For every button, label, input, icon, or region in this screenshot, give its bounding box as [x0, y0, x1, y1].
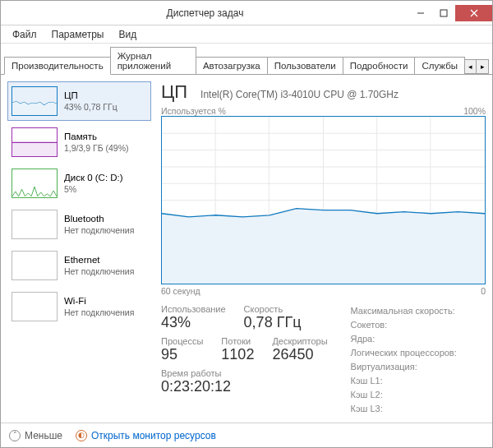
main-panel: ЦП Intel(R) Core(TM) i3-4010U CPU @ 1.70… [161, 81, 486, 416]
speed-label: Скорость [244, 304, 302, 314]
usage-value: 43% [161, 314, 226, 331]
resource-monitor-icon: ◐ [76, 430, 87, 441]
sidebar-item-sub: 1,9/3,9 ГБ (49%) [64, 143, 129, 155]
uptime-label: Время работы [161, 368, 328, 378]
open-resource-monitor-link[interactable]: ◐ Открыть монитор ресурсов [76, 430, 216, 441]
sidebar-item-disk0[interactable]: Диск 0 (C: D:) 5% [7, 164, 151, 203]
sidebar-item-ethernet[interactable]: Ethernet Нет подключения [7, 246, 151, 285]
sidebar-item-label: Память [64, 131, 129, 143]
graph-top-labels: Используется % 100% [161, 106, 486, 116]
detail-l2: Кэш L2: [351, 388, 457, 402]
sidebar-item-text: Wi-Fi Нет подключения [64, 295, 134, 319]
sidebar-item-sub: Нет подключения [64, 225, 134, 237]
tab-details[interactable]: Подробности [343, 57, 416, 74]
sidebar-item-sub: 43% 0,78 ГГц [64, 102, 117, 113]
handles-label: Дескрипторы [272, 336, 327, 346]
minimize-button[interactable] [409, 5, 432, 21]
graph-bottom-labels: 60 секунд 0 [161, 286, 486, 296]
sidebar-item-memory[interactable]: Память 1,9/3,9 ГБ (49%) [7, 122, 151, 162]
bluetooth-thumb-icon [12, 210, 58, 239]
window-controls [409, 5, 492, 21]
detail-virt: Виртуализация: [351, 360, 457, 374]
sidebar-item-text: ЦП 43% 0,78 ГГц [64, 90, 117, 113]
fewer-details-button[interactable]: ˄ Меньше [9, 430, 62, 441]
sidebar-item-label: Wi-Fi [64, 295, 134, 307]
ethernet-thumb-icon [12, 251, 58, 280]
threads-label: Потоки [221, 336, 254, 346]
tab-scroll-left-button[interactable]: ◂ [463, 59, 477, 74]
tab-users[interactable]: Пользователи [267, 57, 343, 74]
memory-thumb-icon [12, 127, 58, 157]
detail-cores: Ядра: [351, 332, 457, 346]
speed-value: 0,78 ГГц [244, 314, 302, 331]
detail-logical: Логических процессоров: [351, 346, 457, 360]
menubar: Файл Параметры Вид [1, 25, 492, 44]
svg-marker-21 [162, 209, 485, 284]
sidebar: ЦП 43% 0,78 ГГц Память 1,9/3,9 ГБ (49%) [7, 81, 151, 416]
handles-value: 26450 [272, 346, 327, 363]
sidebar-item-label: Bluetooth [64, 213, 134, 225]
graph-xlabel-right: 0 [481, 286, 486, 296]
menu-view[interactable]: Вид [112, 27, 143, 42]
uptime-value: 0:23:20:12 [161, 378, 328, 395]
usage-label: Использование [161, 304, 226, 314]
tab-startup[interactable]: Автозагрузка [196, 57, 268, 74]
fewer-label: Меньше [25, 430, 62, 441]
svg-marker-4 [12, 101, 57, 115]
graph-xlabel-left: 60 секунд [161, 286, 200, 296]
tab-scroll-right-button[interactable]: ▸ [476, 59, 489, 74]
sidebar-item-label: Диск 0 (C: D:) [64, 172, 123, 184]
content: ЦП 43% 0,78 ГГц Память 1,9/3,9 ГБ (49%) [1, 75, 492, 423]
menu-file[interactable]: Файл [6, 27, 44, 42]
resource-monitor-label: Открыть монитор ресурсов [91, 430, 216, 441]
maximize-button[interactable] [432, 5, 455, 21]
sidebar-item-label: Ethernet [64, 254, 134, 266]
tabs-row: Производительность Журнал приложений Авт… [1, 44, 492, 75]
graph-ymax: 100% [463, 106, 486, 116]
stats-right: Максимальная скорость: Сокетов: Ядра: Ло… [351, 304, 457, 416]
cpu-thumb-icon [12, 86, 58, 116]
titlebar: Диспетчер задач [1, 1, 492, 25]
chevron-up-icon: ˄ [9, 430, 21, 441]
sidebar-item-sub: Нет подключения [64, 266, 134, 278]
sidebar-item-wifi[interactable]: Wi-Fi Нет подключения [7, 287, 151, 326]
tab-performance[interactable]: Производительность [4, 57, 111, 75]
svg-rect-5 [12, 142, 57, 156]
tab-services[interactable]: Службы [414, 57, 465, 74]
sidebar-item-text: Ethernet Нет подключения [64, 254, 134, 278]
processes-label: Процессы [161, 336, 203, 346]
main-head: ЦП Intel(R) Core(TM) i3-4010U CPU @ 1.70… [161, 81, 486, 103]
sidebar-item-label: ЦП [64, 90, 117, 102]
processes-value: 95 [161, 346, 203, 363]
sidebar-item-sub: 5% [64, 184, 123, 196]
sidebar-item-text: Память 1,9/3,9 ГБ (49%) [64, 131, 129, 155]
close-button[interactable] [455, 5, 492, 21]
page-title: ЦП [161, 81, 187, 103]
tab-app-history[interactable]: Журнал приложений [110, 47, 196, 74]
wifi-thumb-icon [12, 292, 58, 321]
threads-value: 1102 [221, 346, 254, 363]
detail-l3: Кэш L3: [351, 402, 457, 416]
detail-max-speed: Максимальная скорость: [351, 304, 457, 318]
disk-thumb-icon [12, 169, 58, 198]
detail-l1: Кэш L1: [351, 374, 457, 388]
sidebar-item-text: Диск 0 (C: D:) 5% [64, 172, 123, 196]
detail-sockets: Сокетов: [351, 318, 457, 332]
sidebar-item-bluetooth[interactable]: Bluetooth Нет подключения [7, 205, 151, 244]
sidebar-item-sub: Нет подключения [64, 307, 134, 319]
stats-block: Использование 43% Скорость 0,78 ГГц Проц… [161, 304, 486, 416]
svg-rect-1 [440, 10, 447, 16]
cpu-usage-graph [161, 116, 486, 284]
menu-options[interactable]: Параметры [45, 27, 111, 42]
sidebar-item-text: Bluetooth Нет подключения [64, 213, 134, 237]
page-subtitle: Intel(R) Core(TM) i3-4010U CPU @ 1.70GHz [200, 89, 399, 100]
window-title: Диспетчер задач [1, 7, 409, 19]
footer: ˄ Меньше ◐ Открыть монитор ресурсов [1, 423, 492, 447]
tab-nav: ◂ ▸ [464, 59, 489, 74]
sidebar-item-cpu[interactable]: ЦП 43% 0,78 ГГц [7, 81, 151, 121]
stats-left: Использование 43% Скорость 0,78 ГГц Проц… [161, 304, 328, 416]
graph-ylabel: Используется % [161, 106, 226, 116]
